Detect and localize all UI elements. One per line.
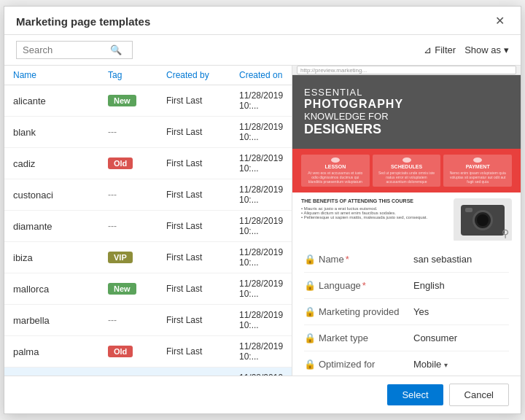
dialog-footer: Select Cancel	[4, 376, 521, 413]
tag-empty: ---	[108, 190, 117, 200]
property-row: 🔒 Name* san sebastian	[304, 246, 509, 273]
row-tag: Old	[108, 158, 166, 169]
hero-line4: DESIGNERS	[304, 122, 403, 137]
search-icon[interactable]: 🔍	[110, 44, 122, 55]
table-row[interactable]: marbella --- First Last 11/28/2019 10:..…	[4, 305, 292, 336]
row-name: ibiza	[13, 252, 108, 263]
hero-line2: PHOTOGRAPHY	[304, 98, 403, 111]
table-row[interactable]: cadiz Old First Last 11/28/2019 10:...	[4, 148, 292, 179]
row-created-on: 11/28/2019 10:...	[239, 247, 283, 268]
filter-button[interactable]: ⊿ Filter	[424, 44, 456, 55]
chevron-down-icon: ▾	[504, 44, 509, 55]
property-row: 🔒 Language* English	[304, 273, 509, 299]
row-name: mallorca	[13, 284, 108, 295]
lock-icon: 🔒	[304, 359, 319, 370]
preview-image: http://preview.marketing... ESSENTIAL PH…	[292, 66, 521, 241]
show-as-label: Show as	[464, 44, 501, 55]
cancel-button[interactable]: Cancel	[449, 384, 509, 406]
row-created-on: 11/28/2019 10:...	[239, 90, 283, 111]
payment-icon	[473, 158, 482, 163]
filter-icon: ⊿	[424, 44, 432, 55]
row-tag: ---	[108, 190, 166, 200]
tag-badge: VIP	[108, 252, 133, 263]
search-input[interactable]	[23, 44, 110, 55]
camera-flash	[465, 208, 472, 212]
col-header-created-by[interactable]: Created by	[166, 70, 239, 80]
row-name: palma	[13, 346, 108, 357]
hero-line3: KNOWLEDGE FOR	[304, 111, 403, 122]
magnify-icon: ⚲	[502, 228, 509, 239]
preview-card-lesson: LESSON At vero eos et accusamus et iusto…	[301, 155, 370, 187]
property-row: 🔒 Marketing provided Yes	[304, 299, 509, 325]
row-name: alicante	[13, 96, 108, 106]
select-button[interactable]: Select	[387, 384, 443, 405]
row-tag: VIP	[108, 252, 166, 263]
camera-lens	[472, 210, 493, 230]
table-row[interactable]: blank --- First Last 11/28/2019 10:...	[4, 117, 292, 148]
prop-value: Consumer	[413, 332, 509, 343]
property-row: 🔒 Optimized for Mobile ▾	[304, 351, 509, 376]
properties-panel: 🔒 Name* san sebastian 🔒 Language* Englis…	[292, 241, 521, 376]
row-created-by: First Last	[166, 346, 239, 357]
hero-line1: ESSENTIAL	[304, 87, 403, 98]
lock-icon: 🔒	[304, 280, 319, 291]
tag-badge: Old	[108, 346, 133, 357]
row-created-on: 11/28/2019 10:...	[239, 153, 283, 174]
dialog-title: Marketing page templates	[16, 15, 150, 28]
row-created-on: 11/28/2019 10:...	[239, 341, 283, 362]
row-created-by: First Last	[166, 284, 239, 294]
preview-card-schedules: SCHEDULES Sed ut perspiciatis unde omnis…	[373, 155, 441, 187]
row-created-on: 11/28/2019 10:...	[239, 279, 283, 299]
url-text: http://preview.marketing...	[300, 67, 367, 74]
table-row[interactable]: custonaci --- First Last 11/28/2019 10:.…	[4, 179, 292, 211]
benefits-text: • Mauris ac justo a erat luctus euismod.…	[301, 206, 448, 219]
row-created-by: First Last	[166, 190, 239, 200]
lesson-icon	[331, 158, 340, 163]
table-row[interactable]: palma Old First Last 11/28/2019 10:...	[4, 336, 292, 368]
col-header-created-on[interactable]: Created on	[239, 70, 283, 80]
hero-text: ESSENTIAL PHOTOGRAPHY KNOWLEDGE FOR DESI…	[304, 87, 403, 137]
row-tag: ---	[108, 315, 166, 325]
property-row: 🔒 Market type Consumer	[304, 325, 509, 351]
table-row[interactable]: ibiza VIP First Last 11/28/2019 10:...	[4, 242, 292, 273]
prop-label: Market type	[319, 332, 413, 343]
preview-bottom: THE BENEFITS OF ATTENDING THIS COURSE • …	[292, 192, 521, 241]
camera-lens-inner	[477, 214, 489, 226]
right-panel: http://preview.marketing... ESSENTIAL PH…	[292, 66, 521, 376]
close-button[interactable]: ✕	[491, 14, 509, 28]
table-header: Name Tag Created by Created on	[4, 66, 292, 85]
row-name: cadiz	[13, 158, 108, 169]
prop-label: Optimized for	[319, 359, 413, 370]
preview-bottom-text: THE BENEFITS OF ATTENDING THIS COURSE • …	[301, 198, 448, 241]
row-created-by: First Last	[166, 127, 239, 137]
table-row[interactable]: diamante --- First Last 11/28/2019 10:..…	[4, 211, 292, 242]
required-marker: *	[346, 254, 349, 265]
row-created-by: First Last	[166, 221, 239, 231]
table-row[interactable]: alicante New First Last 11/28/2019 10:..…	[4, 85, 292, 117]
prop-label: Marketing provided	[319, 306, 413, 317]
dialog-header: Marketing page templates ✕	[4, 7, 521, 35]
preview-hero: ESSENTIAL PHOTOGRAPHY KNOWLEDGE FOR DESI…	[292, 75, 521, 149]
tag-badge: New	[108, 283, 136, 295]
row-tag: New	[108, 283, 166, 295]
row-tag: ---	[108, 221, 166, 231]
row-tag: New	[108, 95, 166, 106]
tag-badge: Old	[108, 158, 133, 169]
table-row[interactable]: mallorca New First Last 11/28/2019 10:..…	[4, 273, 292, 305]
chevron-down-icon: ▾	[444, 361, 448, 369]
dialog-body: Name Tag Created by Created on alicante …	[4, 66, 521, 376]
required-marker: *	[362, 280, 366, 291]
prop-value: san sebastian	[413, 254, 509, 265]
row-created-by: First Last	[166, 158, 239, 168]
tag-badge: New	[108, 95, 136, 106]
col-header-tag[interactable]: Tag	[108, 70, 166, 80]
search-box: 🔍	[16, 41, 133, 59]
row-tag: ---	[108, 127, 166, 137]
show-as-button[interactable]: Show as ▾	[464, 44, 509, 55]
preview-top-bar: http://preview.marketing...	[292, 66, 521, 75]
row-name: diamante	[13, 221, 108, 232]
preview-cards: LESSON At vero eos et accusamus et iusto…	[292, 149, 521, 192]
table-row[interactable]: san sebastian VIP First Last 11/28/2019 …	[4, 368, 292, 376]
prop-label: Name*	[319, 254, 413, 265]
col-header-name[interactable]: Name	[13, 70, 108, 80]
